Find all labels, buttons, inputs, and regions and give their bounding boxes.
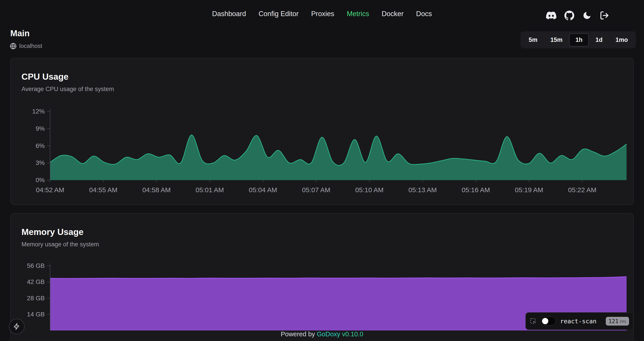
svg-text:05:16 AM: 05:16 AM [462, 186, 490, 194]
logout-icon[interactable] [600, 11, 609, 20]
svg-text:04:52 AM: 04:52 AM [36, 186, 64, 194]
globe-icon [10, 43, 16, 50]
github-icon[interactable] [564, 11, 574, 20]
cpu-usage-chart[interactable]: 0%3%6%9%12%04:52 AM04:55 AM04:58 AM05:01… [11, 103, 634, 202]
inspect-icon[interactable] [530, 318, 536, 324]
nav-docker[interactable]: Docker [382, 10, 404, 18]
svg-text:05:13 AM: 05:13 AM [408, 186, 437, 194]
main-nav: Dashboard Config Editor Proxies Metrics … [212, 10, 432, 18]
svg-text:05:22 AM: 05:22 AM [568, 186, 596, 194]
memory-card-subtitle: Memory usage of the system [22, 241, 99, 248]
time-range-15m[interactable]: 15m [544, 33, 569, 47]
host-label: localhost [19, 43, 42, 50]
svg-text:05:07 AM: 05:07 AM [302, 186, 330, 194]
svg-text:3%: 3% [36, 159, 45, 166]
react-scan-label: react-scan [560, 318, 596, 325]
header-icon-group [546, 10, 609, 21]
lightning-bolt-icon [13, 323, 20, 330]
nav-docs[interactable]: Docs [416, 10, 432, 18]
svg-text:05:10 AM: 05:10 AM [355, 186, 384, 194]
memory-card-title: Memory Usage [22, 227, 84, 237]
svg-text:28 GB: 28 GB [27, 295, 45, 302]
time-range-1h[interactable]: 1h [569, 33, 589, 47]
page-title: Main [10, 29, 30, 38]
svg-text:04:55 AM: 04:55 AM [89, 186, 118, 194]
cpu-usage-card: CPU Usage Average CPU usage of the syste… [10, 58, 634, 205]
fps-value: 121 [608, 318, 618, 324]
nav-proxies[interactable]: Proxies [311, 10, 334, 18]
fps-unit: FPS [620, 320, 626, 324]
cpu-card-subtitle: Average CPU usage of the system [22, 86, 114, 93]
svg-text:05:01 AM: 05:01 AM [196, 186, 224, 194]
godoxy-link[interactable]: GoDoxy [317, 330, 340, 338]
svg-text:6%: 6% [36, 142, 45, 149]
react-scan-toggle[interactable] [541, 317, 556, 325]
discord-icon[interactable] [546, 10, 556, 21]
nav-metrics[interactable]: Metrics [347, 10, 369, 18]
theme-moon-icon[interactable] [582, 11, 592, 20]
svg-text:56 GB: 56 GB [27, 262, 45, 269]
time-range-selector: 5m 15m 1h 1d 1mo [520, 31, 636, 48]
svg-text:05:19 AM: 05:19 AM [515, 186, 544, 194]
nav-config-editor[interactable]: Config Editor [258, 10, 298, 18]
powered-by-label: Powered by [281, 330, 315, 338]
svg-text:14 GB: 14 GB [27, 311, 45, 318]
react-scan-toolbar: react-scan 121 FPS [526, 312, 633, 330]
time-range-1d[interactable]: 1d [589, 33, 609, 47]
svg-text:9%: 9% [36, 125, 45, 132]
svg-text:12%: 12% [32, 108, 45, 115]
svg-text:42 GB: 42 GB [27, 278, 45, 285]
time-range-5m[interactable]: 5m [522, 33, 544, 47]
cpu-card-title: CPU Usage [22, 72, 68, 82]
host-row: localhost [10, 43, 42, 50]
nav-dashboard[interactable]: Dashboard [212, 10, 246, 18]
svg-text:04:58 AM: 04:58 AM [142, 186, 171, 194]
version-link[interactable]: v0.10.0 [342, 330, 363, 338]
toggle-knob [542, 318, 548, 324]
time-range-1mo[interactable]: 1mo [609, 33, 634, 47]
fps-badge: 121 FPS [606, 317, 629, 325]
svg-text:0%: 0% [36, 177, 45, 183]
footer: Powered by GoDoxy v0.10.0 [0, 330, 644, 338]
quick-actions-button[interactable] [9, 319, 24, 334]
svg-text:05:04 AM: 05:04 AM [249, 186, 277, 194]
